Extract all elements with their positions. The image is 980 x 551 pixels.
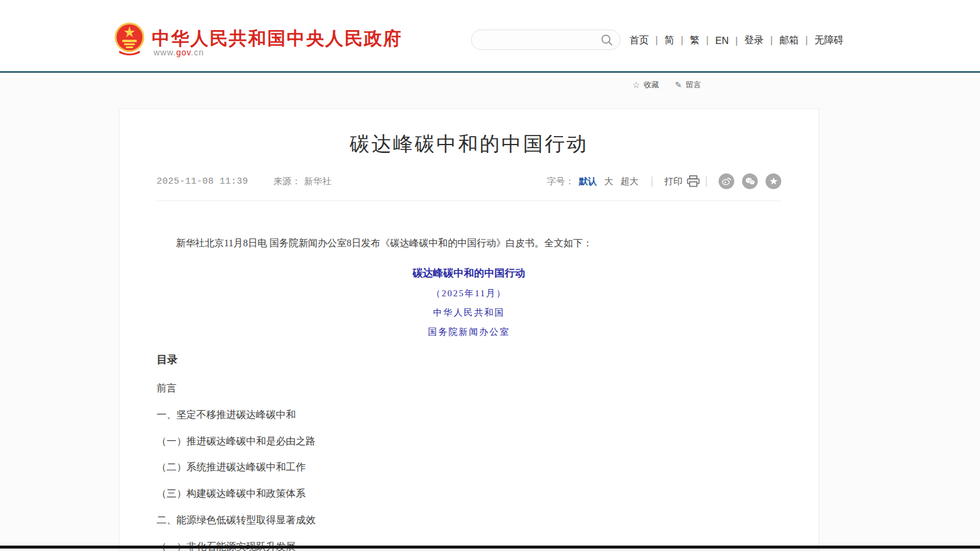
footer-edge-bar — [0, 546, 980, 549]
share-icons-group — [719, 173, 781, 189]
toc-item-section1-1: （一）推进碳达峰碳中和是必由之路 — [157, 435, 781, 447]
nav-login[interactable]: 登录 — [744, 34, 779, 47]
search-input[interactable] — [481, 31, 596, 49]
print-label: 打印 — [664, 176, 682, 187]
toc-item-section1-3: （三）构建碳达峰碳中和政策体系 — [157, 488, 781, 500]
nav-simplified[interactable]: 简 — [664, 34, 690, 47]
print-button[interactable]: 打印 — [664, 175, 700, 187]
teal-divider-bar — [0, 71, 980, 73]
article-meta-left: 2025-11-08 11:39 来源： 新华社 — [157, 176, 331, 187]
document-issuer-line1: 中华人民共和国 — [157, 307, 781, 319]
font-size-default-button[interactable]: 默认 — [579, 176, 597, 187]
toc-heading: 目录 — [157, 352, 781, 367]
message-button[interactable]: ✎ 留言 — [675, 79, 702, 90]
publish-datetime: 2025-11-08 11:39 — [157, 176, 248, 187]
star-outline-icon: ☆ — [632, 80, 640, 90]
nav-english[interactable]: EN — [715, 36, 744, 46]
article-card: 碳达峰碳中和的中国行动 2025-11-08 11:39 来源： 新华社 字号：… — [119, 108, 819, 551]
font-size-large-button[interactable]: 大 — [604, 176, 613, 187]
printer-icon — [687, 175, 700, 187]
nav-accessibility[interactable]: 无障碍 — [814, 34, 843, 47]
toc-item-section1: 一、坚定不移推进碳达峰碳中和 — [157, 409, 781, 421]
nav-home[interactable]: 首页 — [629, 34, 664, 47]
font-size-xlarge-button[interactable]: 超大 — [620, 176, 638, 187]
font-size-label: 字号： — [547, 176, 574, 187]
message-label: 留言 — [685, 79, 701, 90]
weibo-share-icon[interactable] — [719, 173, 734, 189]
wechat-share-icon[interactable] — [742, 173, 758, 189]
document-issuer-line2: 国务院新闻办公室 — [157, 326, 781, 338]
pencil-icon: ✎ — [675, 80, 682, 90]
national-emblem-logo — [114, 22, 145, 55]
site-url-prefix: www. — [154, 48, 176, 57]
page-toolbar: ☆ 收藏 ✎ 留言 — [632, 79, 701, 90]
toc-item-section2: 二、能源绿色低碳转型取得显著成效 — [157, 514, 781, 526]
star-share-icon[interactable] — [766, 173, 781, 189]
lead-paragraph: 新华社北京11月8日电 国务院新闻办公室8日发布《碳达峰碳中和的中国行动》白皮书… — [157, 236, 781, 251]
site-url-gov: gov — [176, 48, 191, 57]
document-date: （2025年11月） — [157, 288, 781, 299]
favorite-button[interactable]: ☆ 收藏 — [632, 79, 660, 90]
site-url: www.gov.cn — [154, 48, 204, 57]
table-of-contents: 前言 一、坚定不移推进碳达峰碳中和 （一）推进碳达峰碳中和是必由之路 （二）系统… — [157, 382, 781, 551]
toc-item-preface: 前言 — [157, 382, 781, 394]
article-title: 碳达峰碳中和的中国行动 — [157, 131, 781, 158]
favorite-label: 收藏 — [644, 79, 660, 90]
vertical-divider — [706, 176, 707, 187]
document-title: 碳达峰碳中和的中国行动 — [157, 266, 781, 280]
nav-mail[interactable]: 邮箱 — [779, 34, 814, 47]
top-nav: 首页 简 繁 EN 登录 邮箱 无障碍 — [629, 34, 843, 47]
source-label: 来源： — [273, 176, 301, 187]
site-url-suffix: .cn — [191, 48, 204, 57]
vertical-divider — [652, 176, 652, 187]
search-icon[interactable] — [601, 34, 613, 46]
nav-traditional[interactable]: 繁 — [690, 34, 715, 47]
toc-item-section1-2: （二）系统推进碳达峰碳中和工作 — [157, 461, 781, 473]
source-value[interactable]: 新华社 — [304, 176, 331, 187]
site-header: 中华人民共和国中央人民政府 www.gov.cn 首页 简 繁 EN 登录 邮箱… — [0, 0, 980, 71]
search-box — [471, 30, 620, 50]
article-meta-row: 2025-11-08 11:39 来源： 新华社 字号： 默认 大 超大 打印 — [157, 173, 781, 201]
article-meta-right: 字号： 默认 大 超大 打印 — [547, 173, 781, 189]
